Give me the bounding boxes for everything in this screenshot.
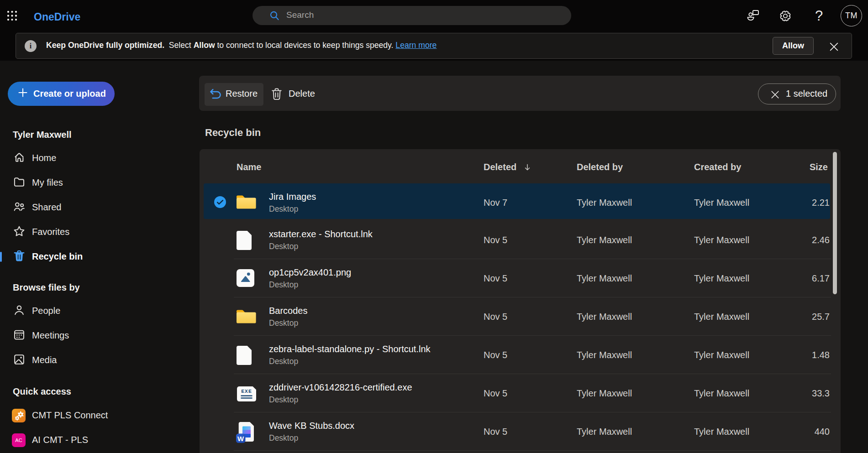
svg-text:EXE: EXE	[241, 388, 252, 394]
svg-text:W: W	[237, 435, 244, 443]
